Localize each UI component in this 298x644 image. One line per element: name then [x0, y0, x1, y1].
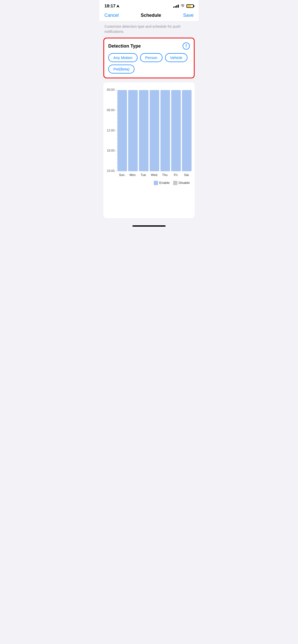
- svg-text:Enable: Enable: [159, 181, 170, 185]
- svg-rect-31: [160, 90, 170, 171]
- svg-rect-27: [117, 90, 127, 171]
- detection-header: Detection Type !: [108, 42, 190, 50]
- svg-text:12:00: 12:00: [107, 129, 115, 132]
- svg-text:24:00: 24:00: [107, 169, 115, 173]
- location-icon: [116, 5, 119, 8]
- svg-rect-43: [173, 181, 178, 185]
- home-bar: [132, 225, 166, 227]
- signal-bars: [173, 5, 179, 8]
- svg-text:Tue.: Tue.: [141, 173, 147, 177]
- svg-text:06:00: 06:00: [107, 108, 115, 112]
- svg-text:00:00: 00:00: [107, 88, 115, 92]
- svg-text:Wed.: Wed.: [151, 173, 158, 177]
- detection-type-card: Detection Type ! Any Motion Person Vehic…: [103, 38, 195, 78]
- pet-beta-button[interactable]: Pet(Beta): [108, 65, 134, 74]
- any-motion-button[interactable]: Any Motion: [108, 53, 138, 62]
- wifi-icon: [180, 4, 185, 8]
- subtitle-text: Customize detection type and schedule fo…: [99, 21, 199, 38]
- svg-text:Sun.: Sun.: [119, 173, 125, 177]
- svg-rect-41: [154, 181, 158, 185]
- page-title: Schedule: [141, 13, 161, 18]
- battery-fill: [187, 5, 191, 7]
- person-button[interactable]: Person: [140, 53, 162, 62]
- svg-text:Thu.: Thu.: [162, 173, 168, 177]
- cancel-button[interactable]: Cancel: [104, 13, 119, 18]
- info-icon[interactable]: !: [183, 42, 190, 50]
- save-button[interactable]: Save: [183, 13, 194, 18]
- detection-type-title: Detection Type: [108, 43, 141, 49]
- nav-bar: Cancel Schedule Save: [99, 10, 199, 21]
- home-indicator: [99, 223, 199, 228]
- svg-rect-28: [128, 90, 138, 171]
- svg-rect-29: [139, 90, 148, 171]
- svg-text:Sat.: Sat.: [184, 173, 189, 177]
- schedule-chart[interactable]: 00:00 06:00 12:00 18:00: [105, 86, 192, 214]
- svg-text:18:00: 18:00: [107, 149, 115, 153]
- status-bar: 18:17: [99, 0, 199, 10]
- status-time: 18:17: [104, 4, 119, 9]
- status-icons: [173, 4, 194, 8]
- detection-buttons: Any Motion Person Vehicle Pet(Beta): [108, 53, 190, 74]
- svg-rect-30: [150, 90, 159, 171]
- svg-text:Mon.: Mon.: [129, 173, 136, 177]
- svg-marker-0: [116, 5, 119, 8]
- svg-rect-33: [182, 90, 192, 171]
- svg-text:Fri.: Fri.: [174, 173, 178, 177]
- schedule-card: 00:00 06:00 12:00 18:00: [103, 82, 195, 218]
- schedule-svg: 00:00 06:00 12:00 18:00: [105, 86, 192, 213]
- svg-text:Disable: Disable: [179, 181, 190, 185]
- svg-rect-32: [171, 90, 181, 171]
- vehicle-button[interactable]: Vehicle: [165, 53, 187, 62]
- battery-icon: [186, 4, 194, 8]
